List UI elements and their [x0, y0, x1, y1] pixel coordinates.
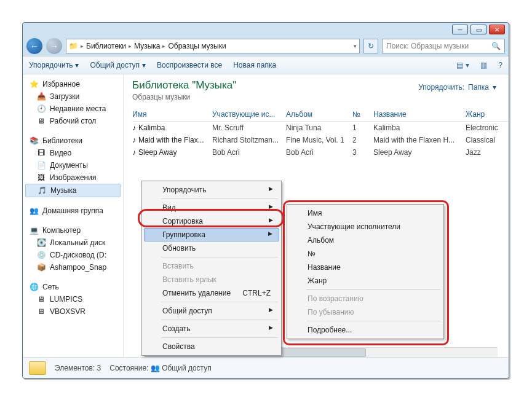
pc-icon: 🖥 — [36, 307, 46, 316]
sidebar-item-images[interactable]: 🖼Изображения — [23, 171, 123, 184]
folder-icon — [29, 361, 46, 375]
file-list: ♪ KalimbaMr. ScruffNinja Tuna1KalimbaEle… — [132, 122, 509, 159]
sidebar-item-vboxsvr[interactable]: 🖥VBOXSVR — [23, 305, 123, 318]
sub-title[interactable]: Название — [289, 261, 442, 274]
play-all-button[interactable]: Воспроизвести все — [157, 61, 222, 69]
chevron-right-icon: ▸ — [129, 43, 132, 49]
video-icon: 🎞 — [36, 148, 46, 158]
sub-asc: По возрастанию — [289, 292, 442, 305]
sub-genre[interactable]: Жанр — [289, 274, 442, 288]
cd-icon: 💿 — [36, 250, 46, 260]
arrange-by[interactable]: Упорядочить: Папка ▾ — [418, 83, 496, 92]
col-title[interactable]: Название — [373, 110, 466, 119]
menu-sort[interactable]: Сортировка▶ — [144, 214, 279, 228]
col-artist[interactable]: Участвующие ис... — [212, 110, 286, 119]
computer-icon: 💻 — [29, 226, 39, 235]
sub-name[interactable]: Имя — [289, 206, 442, 220]
breadcrumb-segment[interactable]: Библиотеки — [86, 42, 126, 50]
new-folder-button[interactable]: Новая папка — [233, 61, 276, 69]
sidebar-item-desktop[interactable]: 🖥Рабочий стол — [23, 115, 123, 127]
share-button[interactable]: Общий доступ ▾ — [90, 61, 146, 69]
sidebar-item-music[interactable]: 🎵Музыка — [25, 184, 121, 197]
menu-view[interactable]: Вид▶ — [144, 201, 279, 214]
chevron-right-icon: ▸ — [162, 43, 165, 49]
view-mode-button[interactable]: ▤ ▾ — [456, 61, 469, 69]
document-icon: 📄 — [36, 160, 46, 170]
desktop-icon: 🖥 — [36, 116, 46, 126]
col-genre[interactable]: Жанр — [466, 110, 509, 119]
file-row[interactable]: ♪ KalimbaMr. ScruffNinja Tuna1KalimbaEle… — [132, 122, 509, 134]
menu-create[interactable]: Создать▶ — [144, 322, 279, 335]
sidebar-item-documents[interactable]: 📄Документы — [23, 159, 123, 171]
sub-more[interactable]: Подробнее... — [289, 323, 442, 337]
folder-icon: 📁 — [69, 42, 78, 50]
chevron-down-icon: ▾ — [493, 83, 496, 92]
sidebar-computer-head[interactable]: 💻Компьютер — [23, 224, 123, 237]
menu-arrange[interactable]: Упорядочить▶ — [144, 183, 279, 197]
menu-refresh[interactable]: Обновить — [144, 241, 279, 255]
library-icon: 📚 — [29, 136, 39, 146]
menu-group[interactable]: Группировка▶ — [144, 228, 279, 241]
network-icon: 🌐 — [29, 282, 39, 292]
sidebar-item-ashampoo[interactable]: 📦Ashampoo_Snap — [23, 261, 123, 273]
menu-props[interactable]: Свойства — [144, 340, 279, 353]
package-icon: 📦 — [36, 262, 46, 272]
menu-share[interactable]: Общий доступ▶ — [144, 304, 279, 318]
search-placeholder: Поиск: Образцы музыки — [386, 42, 469, 50]
sub-album[interactable]: Альбом — [289, 233, 442, 247]
breadcrumb-segment[interactable]: Образцы музыки — [168, 42, 226, 50]
forward-button[interactable]: → — [46, 38, 62, 54]
library-title: Библиотека "Музыка" — [132, 79, 236, 92]
search-icon: 🔍 — [491, 42, 501, 50]
music-file-icon: ♪ — [132, 148, 136, 157]
sidebar-homegroup-head[interactable]: 👥Домашняя группа — [23, 205, 123, 217]
menu-undo[interactable]: Отменить удалениеCTRL+Z — [144, 286, 279, 300]
sidebar-item-video[interactable]: 🎞Видео — [23, 147, 123, 159]
music-icon: 🎵 — [37, 186, 47, 195]
col-num[interactable]: № — [352, 110, 373, 119]
sidebar-item-cddrive[interactable]: 💿CD-дисковод (D: — [23, 249, 123, 261]
maximize-button[interactable]: ▭ — [470, 25, 486, 34]
sidebar-favorites-head[interactable]: ⭐Избранное — [23, 78, 123, 90]
organize-button[interactable]: Упорядочить ▾ — [29, 61, 79, 69]
star-icon: ⭐ — [29, 79, 39, 89]
recent-icon: 🕘 — [36, 104, 46, 114]
sidebar-libraries-head[interactable]: 📚Библиотеки — [23, 135, 123, 147]
sidebar-item-downloads[interactable]: 📥Загрузки — [23, 90, 123, 103]
downloads-icon: 📥 — [36, 92, 46, 101]
sub-desc: По убыванию — [289, 305, 442, 319]
context-submenu: Имя Участвующие исполнители Альбом № Наз… — [287, 204, 444, 339]
preview-pane-button[interactable]: ▥ — [480, 61, 487, 69]
refresh-button[interactable]: ↻ — [363, 39, 378, 53]
column-headers: Имя Участвующие ис... Альбом № Название … — [132, 110, 509, 122]
file-row[interactable]: ♪ Sleep AwayBob AcriBob Acri3Sleep AwayJ… — [132, 146, 509, 159]
nav-bar: ← → 📁 ▸ Библиотеки ▸ Музыка ▸ Образцы му… — [23, 36, 509, 56]
file-row[interactable]: ♪ Maid with the Flax...Richard Stoltzman… — [132, 134, 509, 146]
homegroup-icon: 👥 — [29, 206, 39, 216]
sidebar-item-lumpics[interactable]: 🖥LUMPICS — [23, 293, 123, 305]
minimize-button[interactable]: ─ — [452, 25, 468, 34]
chevron-down-icon[interactable]: ▾ — [354, 43, 357, 49]
col-album[interactable]: Альбом — [286, 110, 352, 119]
titlebar: ─ ▭ ✕ — [23, 23, 509, 36]
navigation-pane: ⭐Избранное 📥Загрузки 🕘Недавние места 🖥Ра… — [23, 74, 124, 357]
col-name[interactable]: Имя — [132, 110, 212, 119]
context-menu: Упорядочить▶ Вид▶ Сортировка▶ Группировк… — [141, 181, 282, 356]
search-input[interactable]: Поиск: Образцы музыки 🔍 — [382, 39, 505, 53]
status-bar: Элементов: 3 Состояние: 👥 Общий доступ — [23, 357, 509, 378]
sidebar-item-localdisk[interactable]: 💽Локальный диск — [23, 237, 123, 249]
help-button[interactable]: ? — [498, 61, 502, 69]
sidebar-item-recent[interactable]: 🕘Недавние места — [23, 103, 123, 115]
menu-paste: Вставить — [144, 259, 279, 273]
music-file-icon: ♪ — [132, 136, 136, 144]
chevron-right-icon: ▸ — [81, 43, 84, 49]
sub-num[interactable]: № — [289, 247, 442, 261]
pc-icon: 🖥 — [36, 294, 46, 304]
close-button[interactable]: ✕ — [489, 25, 505, 34]
breadcrumb-segment[interactable]: Музыка — [134, 42, 160, 50]
back-button[interactable]: ← — [26, 38, 42, 54]
sidebar-network-head[interactable]: 🌐Сеть — [23, 281, 123, 293]
address-bar[interactable]: 📁 ▸ Библиотеки ▸ Музыка ▸ Образцы музыки… — [66, 39, 360, 53]
library-subtitle: Образцы музыки — [132, 93, 236, 101]
sub-artists[interactable]: Участвующие исполнители — [289, 220, 442, 233]
